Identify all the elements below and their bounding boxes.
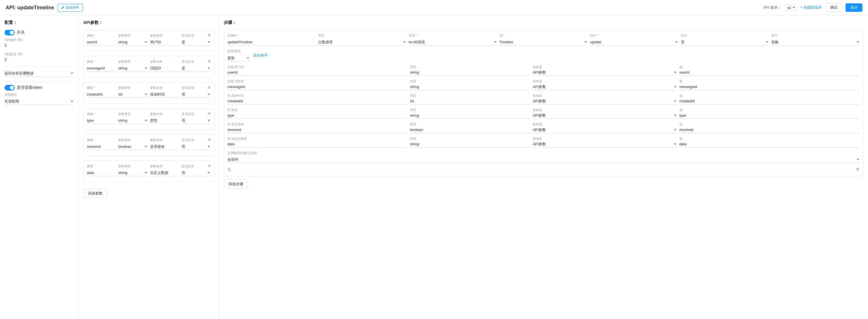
field-value-input[interactable] — [679, 112, 860, 119]
param-display-name-input[interactable] — [150, 169, 179, 176]
param-required-select[interactable]: 是否 — [182, 117, 211, 124]
step-id-input[interactable] — [227, 39, 316, 45]
param-close-button[interactable]: ✕ — [206, 85, 212, 90]
switch-toggle[interactable] — [4, 30, 14, 35]
create-version-button[interactable]: + 创建新版本 — [801, 5, 822, 10]
api-cost-value: 2 — [4, 43, 74, 47]
add-step-button[interactable]: 添加步骤 — [224, 180, 248, 189]
steps-section-title: 步骤： — [224, 20, 864, 25]
field-key-value: messageId — [227, 84, 408, 90]
api-version-select[interactable]: v1 — [785, 4, 797, 11]
field-type-value: boolean — [410, 126, 530, 133]
field-source-select[interactable]: API参数固定值步骤结果 — [533, 69, 677, 76]
param-type-select[interactable]: stringintbooleanfloatarrayobject — [118, 117, 148, 124]
field-row-tag: 列 类型 — [227, 108, 408, 112]
update-type-select[interactable]: 更新 — [227, 55, 250, 62]
step-parallel-col: 并行 否 — [681, 33, 769, 45]
field-value-input[interactable] — [679, 84, 860, 90]
add-param-button[interactable]: 添加参数 — [83, 189, 107, 198]
field-source-col: 值来源 API参数固定值步骤结果 — [533, 79, 677, 90]
step-app-col: 应用 * im:IM系统 — [409, 33, 497, 45]
param-name-input[interactable] — [87, 65, 116, 72]
param-display-name-input[interactable] — [150, 91, 179, 98]
step-condition-select[interactable]: 忽略 — [771, 39, 860, 45]
param-type-select[interactable]: stringintbooleanfloatarrayobject — [118, 65, 148, 72]
field-source-col: 值来源 API参数固定值步骤结果 — [533, 122, 677, 133]
param-close-button[interactable]: ✕ — [206, 32, 212, 38]
param-display-name-input[interactable] — [150, 117, 179, 124]
param-name-label: 参数 * — [87, 164, 116, 168]
param-required-select[interactable]: 是否 — [182, 143, 211, 150]
return-data-select[interactable]: 返回全部步骤数据 — [4, 70, 74, 77]
field-value-input[interactable] — [679, 141, 860, 148]
field-row: 列 添加时间 createdAt 类型 int 值来源 API参数固定值步骤结果… — [227, 94, 860, 104]
step-bottom-row: ⇅ ✕ — [227, 166, 860, 172]
param-close-button[interactable]: ✕ — [206, 111, 212, 116]
param-display-name-input[interactable] — [150, 39, 179, 45]
param-display-name-label: 参数名称 — [150, 112, 179, 116]
step-close-button[interactable]: ✕ — [856, 166, 860, 172]
col-select-select[interactable]: 全部列 — [227, 156, 860, 163]
step-reorder-icon[interactable]: ⇅ — [227, 167, 231, 172]
field-row: 列 自定义数据 data 类型 string 值来源 API参数固定值步骤结果 … — [227, 136, 860, 148]
param-close-button[interactable]: ✕ — [206, 59, 212, 64]
step-table-select[interactable]: Timeline — [499, 39, 588, 45]
col-select-row: 选择数据列(默认全部) 全部列 — [227, 151, 860, 163]
param-display-name-col: 参数名称 — [150, 164, 179, 176]
param-display-name-input[interactable] — [150, 65, 179, 72]
param-display-name-label: 参数名称 — [150, 60, 179, 64]
param-type-col: 参数类型 stringintbooleanfloatarrayobject — [118, 60, 148, 72]
field-value-input[interactable] — [679, 126, 860, 133]
step-type-select[interactable]: 云数据库 — [318, 39, 407, 45]
param-name-input[interactable] — [87, 143, 116, 150]
step-action-select[interactable]: update — [590, 39, 679, 45]
return-data-item: 返回全部步骤数据 — [4, 70, 74, 77]
param-required-select[interactable]: 是否 — [182, 91, 211, 98]
edit-basic-info-button[interactable]: 基础资料 — [58, 4, 83, 11]
field-key-value: createdAt — [227, 98, 408, 104]
param-name-input[interactable] — [87, 117, 116, 124]
field-source-select[interactable]: API参数固定值步骤结果 — [533, 112, 677, 119]
param-name-input[interactable] — [87, 39, 116, 45]
param-required-select[interactable]: 是否 — [182, 65, 211, 72]
field-source-select[interactable]: API参数固定值步骤结果 — [533, 98, 677, 104]
save-button[interactable]: 保存 — [845, 3, 862, 12]
param-name-input[interactable] — [87, 169, 116, 176]
param-type-select[interactable]: stringintbooleanfloatarrayobject — [118, 143, 148, 150]
param-type-select[interactable]: stringintbooleanfloatarrayobject — [118, 39, 148, 45]
field-value-input[interactable] — [679, 69, 860, 76]
field-type-col: 类型 int — [410, 94, 530, 104]
field-type-col: 类型 string — [410, 136, 530, 148]
param-name-col: 参数 * — [87, 112, 116, 124]
field-source-label: 值来源 — [533, 65, 677, 69]
field-key-value: type — [227, 112, 408, 119]
step-parallel-select[interactable]: 否 — [681, 39, 769, 45]
field-source-select[interactable]: API参数固定值步骤结果 — [533, 126, 677, 133]
field-source-select[interactable]: API参数固定值步骤结果 — [533, 141, 677, 148]
param-required-select[interactable]: 是否 — [182, 39, 211, 45]
update-type-row: 更新类型 更新 添加条件 — [227, 49, 860, 62]
token-toggle[interactable] — [4, 85, 14, 91]
param-close-button[interactable]: ✕ — [206, 163, 212, 169]
step-id-label: 步骤ID * — [227, 33, 316, 38]
field-source-select[interactable]: API参数固定值步骤结果 — [533, 84, 677, 90]
debug-button[interactable]: 调试 — [825, 3, 842, 12]
param-required-select[interactable]: 是否 — [182, 169, 211, 176]
add-condition-button[interactable]: 添加条件 — [253, 53, 268, 58]
param-type-select[interactable]: stringintbooleanfloatarrayobject — [118, 91, 148, 98]
param-display-name-col: 参数名称 — [150, 86, 179, 98]
step-app-select[interactable]: im:IM系统 — [409, 39, 497, 45]
field-type-value: string — [410, 84, 530, 90]
field-value-input[interactable] — [679, 98, 860, 104]
permission-select[interactable]: 无需权限 — [4, 98, 74, 105]
param-close-button[interactable]: ✕ — [206, 137, 212, 142]
param-row: 参数 * 参数类型 stringintbooleanfloatarrayobje… — [87, 112, 211, 124]
param-display-name-input[interactable] — [150, 143, 179, 150]
param-name-label: 参数 * — [87, 33, 116, 38]
field-value-col: 值 — [679, 136, 860, 148]
param-type-select[interactable]: stringintbooleanfloatarrayobject — [118, 169, 148, 176]
field-key-value: data — [227, 141, 408, 148]
param-type-col: 参数类型 stringintbooleanfloatarrayobject — [118, 86, 148, 98]
param-name-input[interactable] — [87, 91, 116, 98]
field-row-tag: 主键 消息ID — [227, 79, 408, 84]
